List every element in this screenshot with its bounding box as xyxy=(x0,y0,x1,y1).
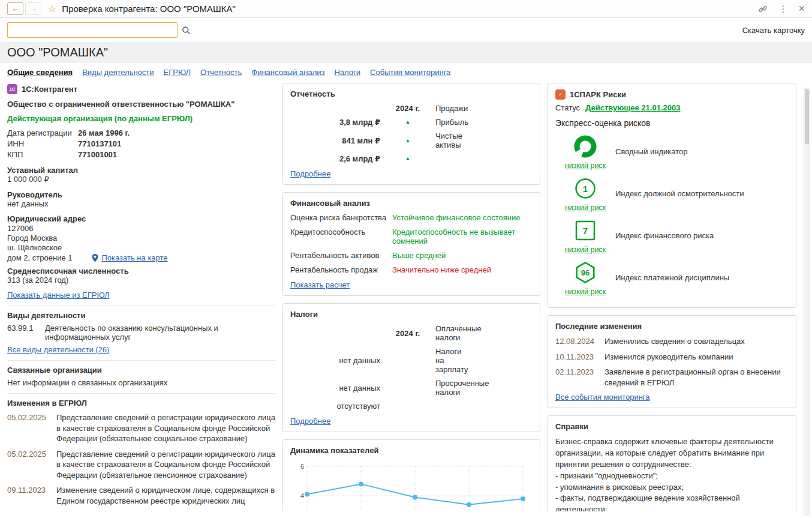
activity-text: Деятельность по оказанию консультационны… xyxy=(45,324,275,342)
fin-row-value: Устойчивое финансовое состояние xyxy=(392,213,533,222)
egrul-change-row: 05.02.2025 Представление сведений о реги… xyxy=(7,412,275,444)
certificates-title: Справки xyxy=(555,422,789,431)
summary-indicator-gauge-icon xyxy=(572,133,599,160)
show-on-map-link[interactable]: Показать на карте xyxy=(101,253,167,262)
contractor-panel: 1С 1С:Контрагент Общество с ограниченной… xyxy=(7,83,275,511)
tab-egrul[interactable]: ЕГРЮЛ xyxy=(164,68,191,77)
growth-up-icon: ▲ xyxy=(380,138,435,143)
download-card-link[interactable]: Скачать карточку xyxy=(742,26,805,35)
spark-panel: ✓ 1СПАРК Риски Статус Действующее 21.01.… xyxy=(548,83,796,308)
egrul-changes-label: Изменения в ЕГРЮЛ xyxy=(7,399,275,408)
fin-row-value: Кредитоспособность не вызывает сомнений xyxy=(392,227,533,245)
1c-contractor-icon: 1С xyxy=(7,84,17,94)
favorite-star-icon[interactable]: ☆ xyxy=(48,3,56,14)
reg-date-value: 26 мая 1996 г. xyxy=(78,128,275,137)
scrollbar-thumb[interactable] xyxy=(805,89,809,144)
fin-row-label: Рентабельность продаж xyxy=(290,265,392,274)
trend-chart-panel: Динамика показателей -202462020202120222… xyxy=(282,439,540,511)
inn-label: ИНН xyxy=(7,139,78,148)
search-input[interactable] xyxy=(7,22,178,38)
contractor-panel-title: 1С:Контрагент xyxy=(22,85,77,94)
reporting-row-value: 3,8 млрд ₽ xyxy=(290,118,380,127)
trend-chart-title: Динамика показателей xyxy=(290,446,533,455)
show-calculation-link[interactable]: Показать расчет xyxy=(290,280,350,289)
titlebar: ← → ☆ Проверка контрагента: ООО "РОМАШКА… xyxy=(0,0,812,18)
risk-indicator-row: 7 низкий риск Индекс финансового риска xyxy=(555,217,789,254)
tab-monitoring[interactable]: События мониторинга xyxy=(370,68,450,77)
content: 1С 1С:Контрагент Общество с ограниченной… xyxy=(0,80,812,511)
spark-column: ✓ 1СПАРК Риски Статус Действующее 21.01.… xyxy=(548,83,796,511)
reporting-row-label: Чистые активы xyxy=(435,131,446,149)
spark-panel-title: 1СПАРК Риски xyxy=(570,90,626,99)
back-button[interactable]: ← xyxy=(7,2,23,15)
reporting-row-value: 2,6 млрд ₽ xyxy=(290,154,380,163)
kpp-label: КПП xyxy=(7,150,78,159)
status-label: Статус xyxy=(555,103,580,112)
change-date: 12.08.2024 xyxy=(555,336,600,347)
tab-taxes[interactable]: Налоги xyxy=(334,68,360,77)
tab-activities[interactable]: Виды деятельности xyxy=(82,68,154,77)
address-line: 127006 xyxy=(7,224,275,233)
reporting-row-label: Продажи xyxy=(435,104,446,113)
activities-label: Виды деятельности xyxy=(7,311,275,320)
monitoring-change-row: 10.11.2023 Изменился руководитель компан… xyxy=(555,352,789,363)
low-risk-link[interactable]: низкий риск xyxy=(565,203,606,212)
risk-indicator-row: низкий риск Сводный индикатор xyxy=(555,133,789,170)
spark-risks-icon: ✓ xyxy=(555,89,566,100)
certificates-description: Бизнес-справка содержит ключевые факторы… xyxy=(555,436,789,511)
taxes-year: 2024 г. xyxy=(380,329,435,338)
change-text: Изменение сведений о юридическом лице, с… xyxy=(56,485,275,506)
close-icon[interactable]: × xyxy=(798,2,805,15)
inn-value: 7710137101 xyxy=(78,139,275,148)
egrul-change-row: 09.11.2023 Изменение сведений о юридичес… xyxy=(7,485,275,506)
recent-changes-title: Последние изменения xyxy=(555,322,789,331)
address-line: ш. Щёлковское xyxy=(7,243,275,252)
reporting-more-link[interactable]: Подробнее xyxy=(290,169,330,178)
tab-reporting[interactable]: Отчетность xyxy=(200,68,242,77)
more-menu-icon[interactable]: ⋮ xyxy=(778,4,787,14)
growth-up-icon: ▲ xyxy=(380,119,435,125)
all-monitoring-events-link[interactable]: Все события мониторинга xyxy=(555,393,650,402)
low-risk-link[interactable]: низкий риск xyxy=(565,288,606,296)
taxes-more-link[interactable]: Подробнее xyxy=(290,417,330,426)
vertical-scrollbar[interactable] xyxy=(804,88,810,516)
low-risk-link[interactable]: низкий риск xyxy=(565,161,606,170)
fin-row-label: Рентабельность активов xyxy=(290,251,392,260)
all-activities-link[interactable]: Все виды деятельности (26) xyxy=(7,345,109,354)
tab-fin-analysis[interactable]: Финансовый анализ xyxy=(251,68,324,77)
copy-link-icon[interactable] xyxy=(758,4,768,14)
tax-row-value: нет данных xyxy=(290,384,380,393)
headcount-value: 313 (за 2024 год) xyxy=(7,276,275,285)
show-egrul-data-link[interactable]: Показать данные из ЕГРЮЛ xyxy=(7,291,110,300)
monitoring-change-row: 12.08.2024 Изменились сведения о совладе… xyxy=(555,336,789,347)
change-text: Изменились сведения о совладельцах xyxy=(605,336,789,347)
tab-general[interactable]: Общие сведения xyxy=(7,68,73,77)
tax-row-label: Оплаченные налоги xyxy=(435,324,446,342)
address-line: дом 2, строение 1 xyxy=(7,253,72,262)
tax-row-label: Налоги на зарплату xyxy=(435,347,446,374)
change-date: 05.02.2025 xyxy=(7,412,52,444)
reporting-panel: Отчетность 2024 г. Продажи 3,8 млрд ₽ ▲ … xyxy=(282,83,540,185)
change-date: 05.02.2025 xyxy=(7,449,52,481)
status-active-link[interactable]: Действующее 21.01.2003 xyxy=(585,103,680,112)
svg-text:1: 1 xyxy=(583,184,588,194)
change-date: 09.11.2023 xyxy=(7,485,52,506)
reporting-row-value: 841 млн ₽ xyxy=(290,136,380,145)
address-line: Город Москва xyxy=(7,233,275,242)
search-icon[interactable] xyxy=(182,26,191,35)
head-value: нет данных xyxy=(7,199,275,208)
change-text: Заявление в регистрационный орган о внес… xyxy=(605,367,789,388)
capital-value: 1 000 000 ₽ xyxy=(7,175,275,184)
all-egrul-changes-link[interactable]: Все изменения ЕГРЮЛ (40) xyxy=(7,511,107,511)
change-text: Представление сведений о регистрации юри… xyxy=(56,449,275,481)
fin-row-label: Оценка риска банкротства xyxy=(290,213,392,222)
fin-row-label: Кредитоспособность xyxy=(290,227,392,236)
activity-code: 63.99.1 xyxy=(7,324,40,342)
forward-button[interactable]: → xyxy=(25,2,41,15)
risk-indicator-label: Сводный индикатор xyxy=(615,147,789,156)
fin-analysis-panel: Финансовый анализ Оценка риска банкротст… xyxy=(282,192,540,296)
growth-up-icon: ▲ xyxy=(380,156,435,161)
diligence-index-circle-icon: 1 xyxy=(572,175,599,202)
low-risk-link[interactable]: низкий риск xyxy=(565,245,606,254)
egrul-change-row: 05.02.2025 Представление сведений о реги… xyxy=(7,449,275,481)
